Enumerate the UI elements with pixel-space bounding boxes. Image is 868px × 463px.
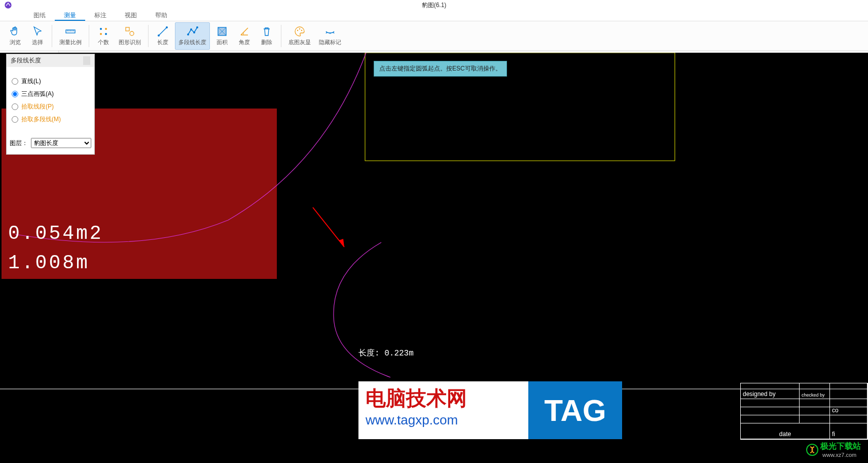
hand-icon <box>9 25 21 38</box>
tool-scale[interactable]: 测量比例 <box>56 22 85 50</box>
menu-drawing[interactable]: 图纸 <box>24 10 55 21</box>
svg-marker-21 <box>339 239 344 247</box>
titleblock-co: co <box>830 407 867 415</box>
tool-delete[interactable]: 删除 <box>257 22 277 50</box>
title-block: designed by checked by co date fi <box>740 383 868 440</box>
tool-browse[interactable]: 浏览 <box>5 22 25 50</box>
menu-measure[interactable]: 测量 <box>55 10 85 21</box>
svg-point-3 <box>105 28 107 30</box>
polyline-options-panel: 多段线长度 直线(L) 三点画弧(A) 拾取线段(P) 拾取多段线(M) 图层：… <box>6 54 95 155</box>
menu-view[interactable]: 视图 <box>116 10 146 21</box>
ruler-icon <box>64 25 77 38</box>
svg-point-8 <box>158 34 160 37</box>
svg-point-10 <box>187 33 189 35</box>
trash-icon <box>261 25 273 38</box>
svg-point-2 <box>100 28 102 30</box>
watermark-badge: TAG <box>528 381 622 439</box>
titleblock-date: date <box>741 423 830 439</box>
tool-gray[interactable]: 底图灰显 <box>285 22 314 50</box>
watermark-url: www.tagxp.com <box>366 412 521 428</box>
panel-collapse-icon[interactable] <box>83 56 90 65</box>
measurement-perimeter-text: 1.008m <box>8 252 90 274</box>
polyline-icon <box>187 25 199 38</box>
area-icon <box>216 25 228 38</box>
svg-point-9 <box>166 26 168 28</box>
svg-rect-6 <box>126 27 129 31</box>
tool-hide[interactable]: 隐藏标记 <box>316 22 344 50</box>
svg-point-12 <box>193 31 195 33</box>
svg-point-17 <box>301 30 302 31</box>
tool-recognize[interactable]: 图形识别 <box>116 22 144 50</box>
download-site-icon <box>806 444 818 456</box>
menubar: 图纸 测量 标注 视图 帮助 <box>0 10 868 21</box>
tool-count[interactable]: 个数 <box>93 22 114 50</box>
app-logo-icon <box>4 1 12 9</box>
tool-angle[interactable]: 角度 <box>234 22 255 50</box>
angle-icon <box>238 25 250 38</box>
svg-point-4 <box>100 33 102 35</box>
shapes-icon <box>124 25 136 38</box>
tool-length[interactable]: 长度 <box>153 22 173 50</box>
watermark-banner: 电脑技术网 www.tagxp.com TAG <box>358 381 622 439</box>
menu-annotate[interactable]: 标注 <box>85 10 116 21</box>
tool-polyline-length[interactable]: 多段线长度 <box>175 22 210 50</box>
menu-help[interactable]: 帮助 <box>146 10 176 21</box>
option-line[interactable]: 直线(L) <box>12 77 89 86</box>
svg-point-16 <box>299 28 300 29</box>
watermark-title: 电脑技术网 <box>366 384 521 412</box>
layer-select[interactable]: 豹图长度 <box>31 138 91 148</box>
tool-select[interactable]: 选择 <box>27 22 48 50</box>
measurement-arc-length-text: 长度: 0.223m <box>358 348 414 359</box>
drawing-canvas[interactable]: 0.054m2 1.008m 长度: 0.223m designed by ch… <box>0 53 868 463</box>
palette-icon <box>294 25 306 38</box>
svg-point-11 <box>190 28 192 30</box>
option-pick-polyline[interactable]: 拾取多段线(M) <box>12 115 89 124</box>
toolbar: 浏览 选择 测量比例 个数 图形识别 长度 多段线长度 面积 角度 删除 底 <box>0 21 868 51</box>
svg-point-13 <box>196 26 198 28</box>
eye-closed-icon <box>324 25 336 38</box>
corner-watermark: 极光下载站 www.xz7.com <box>806 441 861 458</box>
instruction-tooltip: 点击左键指定圆弧起点。按ESC可取消操作。 <box>374 61 507 77</box>
cursor-icon <box>31 25 44 38</box>
measurement-area-text: 0.054m2 <box>8 223 103 244</box>
titleblock-designed-by: designed by <box>741 383 800 399</box>
app-title: 豹图(6.1) <box>422 1 447 10</box>
option-pick-segment[interactable]: 拾取线段(P) <box>12 102 89 111</box>
panel-title: 多段线长度 <box>11 56 41 65</box>
svg-point-5 <box>105 33 107 35</box>
line-icon <box>157 25 169 38</box>
svg-point-15 <box>297 30 298 31</box>
titleblock-checked-by: checked by <box>800 383 830 399</box>
option-arc[interactable]: 三点画弧(A) <box>12 90 89 98</box>
titleblock-fi: fi <box>830 423 867 439</box>
svg-point-7 <box>130 31 134 35</box>
dots-icon <box>97 25 110 38</box>
tool-area[interactable]: 面积 <box>212 22 232 50</box>
layer-label: 图层： <box>10 139 28 148</box>
